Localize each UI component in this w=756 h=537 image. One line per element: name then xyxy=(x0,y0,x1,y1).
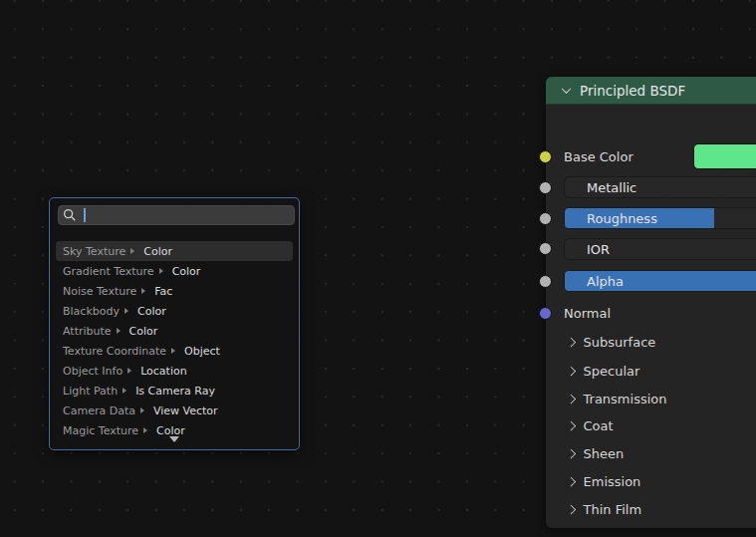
base-color-swatch[interactable] xyxy=(693,143,756,169)
chevron-right-icon xyxy=(567,448,576,457)
item-node-name: Attribute xyxy=(63,325,112,338)
socket-normal[interactable] xyxy=(539,307,552,320)
item-socket-name: Object xyxy=(184,345,220,358)
list-item-light-path[interactable]: Light Path Is Camera Ray xyxy=(56,381,293,401)
list-item-object-info[interactable]: Object Info Location xyxy=(56,361,293,381)
item-node-name: Object Info xyxy=(63,365,123,378)
slider-label: IOR xyxy=(587,239,610,260)
item-socket-name: Location xyxy=(140,365,187,378)
list-item-camera-data[interactable]: Camera Data View Vector xyxy=(56,401,293,420)
chevron-right-icon xyxy=(567,476,576,485)
section-label: Subsurface xyxy=(584,335,656,350)
chevron-down-icon[interactable] xyxy=(562,84,572,94)
node-editor-canvas[interactable]: { "canvas": { "background": "#131313", "… xyxy=(0,0,756,537)
item-socket-name: View Vector xyxy=(153,404,218,417)
item-node-name: Camera Data xyxy=(63,404,135,417)
slider-ior[interactable]: IOR xyxy=(564,238,756,260)
section-coat[interactable]: Coat xyxy=(546,414,756,436)
socket-alpha[interactable] xyxy=(539,275,552,288)
slider-label: Metallic xyxy=(587,177,636,198)
item-node-name: Texture Coordinate xyxy=(63,345,166,358)
item-node-name: Blackbody xyxy=(63,305,120,318)
section-label: Emission xyxy=(584,474,641,489)
chevron-right-icon xyxy=(567,504,576,513)
section-subsurface[interactable]: Subsurface xyxy=(546,331,756,353)
slider-metallic[interactable]: Metallic xyxy=(564,176,756,198)
section-emission[interactable]: Emission xyxy=(546,470,756,492)
section-label: Transmission xyxy=(584,392,667,406)
right-triangle-icon xyxy=(123,388,126,394)
link-drag-search-popup: Sky Texture Color Gradient Texture Color… xyxy=(49,197,300,450)
slider-label: Roughness xyxy=(587,208,657,229)
item-node-name: Noise Texture xyxy=(63,285,136,298)
right-triangle-icon xyxy=(125,308,128,314)
section-transmission[interactable]: Transmission xyxy=(546,388,756,409)
section-thin-film[interactable]: Thin Film xyxy=(546,498,756,520)
section-label: Specular xyxy=(584,364,640,379)
socket-roughness[interactable] xyxy=(539,212,552,225)
principled-bsdf-node[interactable]: Principled BSDF Base Color Metallic Roug… xyxy=(545,76,756,529)
list-item-gradient-texture[interactable]: Gradient Texture Color xyxy=(56,261,293,281)
item-socket-name: Color xyxy=(156,424,185,437)
item-socket-name: Color xyxy=(172,265,201,278)
input-row-base-color: Base Color xyxy=(546,143,756,169)
section-label: Sheen xyxy=(584,446,625,461)
list-item-texture-coordinate[interactable]: Texture Coordinate Object xyxy=(56,341,293,361)
section-label: Coat xyxy=(584,418,614,433)
chevron-right-icon xyxy=(567,366,576,375)
item-socket-name: Fac xyxy=(154,285,172,298)
chevron-right-icon xyxy=(567,420,576,429)
right-triangle-icon xyxy=(117,328,121,334)
socket-base-color[interactable] xyxy=(539,150,552,163)
node-title: Principled BSDF xyxy=(580,83,685,99)
search-icon xyxy=(63,208,77,222)
chevron-right-icon xyxy=(567,337,576,346)
right-triangle-icon xyxy=(127,368,131,374)
item-node-name: Gradient Texture xyxy=(63,265,154,278)
socket-metallic[interactable] xyxy=(539,181,552,194)
input-label: Normal xyxy=(564,306,611,321)
right-triangle-icon xyxy=(143,427,147,433)
item-socket-name: Color xyxy=(143,245,172,258)
item-node-name: Light Path xyxy=(63,385,118,398)
search-results-list: Sky Texture Color Gradient Texture Color… xyxy=(50,241,299,440)
item-node-name: Sky Texture xyxy=(63,245,126,258)
item-socket-name: Is Camera Ray xyxy=(135,385,215,398)
chevron-right-icon xyxy=(567,394,576,403)
right-triangle-icon xyxy=(141,288,145,294)
list-item-sky-texture[interactable]: Sky Texture Color xyxy=(56,241,293,261)
slider-alpha[interactable]: Alpha xyxy=(564,270,756,292)
item-socket-name: Color xyxy=(129,325,158,338)
slider-roughness[interactable]: Roughness xyxy=(564,207,756,229)
search-input[interactable] xyxy=(86,209,294,222)
item-node-name: Magic Texture xyxy=(63,424,138,437)
search-input-box[interactable] xyxy=(58,205,295,225)
input-label: Base Color xyxy=(564,149,633,164)
section-specular[interactable]: Specular xyxy=(546,360,756,382)
section-sheen[interactable]: Sheen xyxy=(546,442,756,464)
list-item-attribute[interactable]: Attribute Color xyxy=(56,321,293,341)
list-item-blackbody[interactable]: Blackbody Color xyxy=(56,301,293,321)
slider-label: Alpha xyxy=(587,271,624,292)
right-triangle-icon xyxy=(171,348,175,354)
node-header[interactable]: Principled BSDF xyxy=(546,77,756,105)
list-item-noise-texture[interactable]: Noise Texture Fac xyxy=(56,281,293,301)
right-triangle-icon xyxy=(159,268,163,274)
item-socket-name: Color xyxy=(137,305,166,318)
section-label: Thin Film xyxy=(584,502,642,517)
input-row-normal: Normal xyxy=(546,302,756,324)
more-results-down-triangle-icon[interactable] xyxy=(169,436,179,442)
socket-ior[interactable] xyxy=(539,242,552,255)
right-triangle-icon xyxy=(140,407,144,413)
right-triangle-icon xyxy=(130,248,134,254)
